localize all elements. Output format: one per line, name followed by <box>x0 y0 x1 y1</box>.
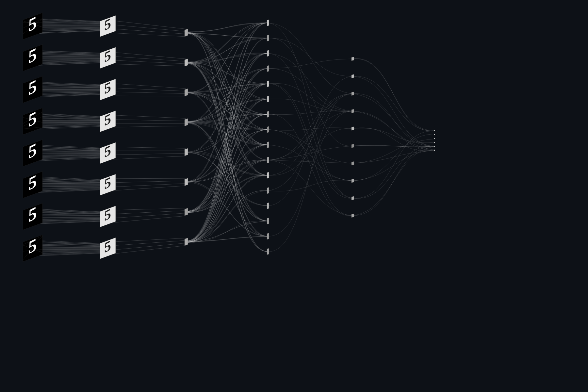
svg-rect-59 <box>185 119 188 126</box>
svg-rect-61 <box>185 178 188 186</box>
svg-rect-79 <box>267 248 269 255</box>
svg-rect-82 <box>351 92 354 96</box>
conv3-node <box>267 142 269 148</box>
input-conv1-node: 5 <box>23 169 42 198</box>
svg-rect-94 <box>434 146 435 147</box>
svg-rect-90 <box>434 130 435 131</box>
svg-rect-70 <box>267 111 269 118</box>
dense-node <box>351 214 354 218</box>
svg-rect-67 <box>267 65 269 72</box>
svg-rect-72 <box>267 142 269 148</box>
conv3-node <box>267 157 269 163</box>
conv3-node <box>267 81 269 87</box>
svg-rect-93 <box>434 142 435 143</box>
svg-rect-86 <box>351 161 354 165</box>
svg-rect-87 <box>351 179 354 183</box>
conv3-node <box>267 96 269 103</box>
svg-rect-69 <box>267 96 269 103</box>
input-conv1-node: 5 <box>23 232 42 262</box>
conv3-node <box>267 65 269 72</box>
pool-node <box>185 89 188 96</box>
svg-rect-73 <box>267 157 269 163</box>
svg-rect-80 <box>351 57 354 61</box>
input-conv1-node: 5 <box>23 200 42 230</box>
conv3-node <box>267 50 269 57</box>
svg-rect-66 <box>267 50 269 57</box>
output-node <box>434 130 435 131</box>
input-conv1-node: 5 <box>23 105 42 135</box>
pool-node <box>185 238 188 245</box>
svg-rect-81 <box>351 74 354 78</box>
dense-node <box>351 161 354 165</box>
svg-rect-71 <box>267 126 269 133</box>
dense-node <box>351 92 354 96</box>
conv2-node: 5 <box>100 76 116 100</box>
conv3-node <box>267 248 269 255</box>
input-conv1-node: 5 <box>23 41 42 71</box>
neural-network-diagram: 5555555555555555 <box>0 0 588 392</box>
conv2-node: 5 <box>100 140 116 164</box>
conv3-node <box>267 35 269 41</box>
dense-node <box>351 126 354 130</box>
svg-rect-77 <box>267 218 269 224</box>
svg-rect-91 <box>434 134 435 135</box>
svg-rect-76 <box>267 203 269 209</box>
pool-node <box>185 208 188 216</box>
output-node <box>434 150 435 151</box>
conv2-node: 5 <box>100 13 116 37</box>
conv3-node <box>267 218 269 224</box>
edges <box>33 19 434 256</box>
conv3-node <box>267 188 269 194</box>
svg-rect-64 <box>267 20 269 26</box>
layer-conv3 <box>267 20 269 255</box>
conv2-node: 5 <box>100 204 116 227</box>
conv2-node: 5 <box>100 172 116 196</box>
svg-rect-68 <box>267 81 269 87</box>
svg-rect-75 <box>267 188 269 194</box>
svg-rect-62 <box>185 208 188 216</box>
output-node <box>434 142 435 143</box>
input-conv1-node: 5 <box>23 10 42 40</box>
dense-node <box>351 144 354 148</box>
conv3-node <box>267 172 269 179</box>
svg-rect-89 <box>351 214 354 218</box>
svg-rect-95 <box>434 150 435 151</box>
layer-pool <box>185 29 188 245</box>
conv2-node: 5 <box>100 235 116 259</box>
svg-rect-57 <box>185 59 188 66</box>
conv3-node <box>267 126 269 133</box>
svg-rect-84 <box>351 126 354 130</box>
svg-rect-56 <box>185 29 188 36</box>
svg-rect-85 <box>351 144 354 148</box>
dense-node <box>351 196 354 200</box>
conv2-node: 5 <box>100 108 116 132</box>
svg-rect-92 <box>434 138 435 139</box>
svg-rect-63 <box>185 238 188 245</box>
conv2-node: 5 <box>100 45 116 69</box>
dense-node <box>351 179 354 183</box>
output-node <box>434 146 435 147</box>
svg-rect-83 <box>351 109 354 113</box>
conv3-node <box>267 20 269 26</box>
conv3-node <box>267 111 269 118</box>
conv3-node <box>267 233 269 240</box>
input-conv1-node: 5 <box>23 73 42 103</box>
pool-node <box>185 29 188 36</box>
svg-rect-88 <box>351 196 354 200</box>
svg-rect-78 <box>267 233 269 240</box>
layer-dense <box>351 57 354 218</box>
dense-node <box>351 109 354 113</box>
pool-node <box>185 148 188 156</box>
output-node <box>434 138 435 139</box>
conv3-node <box>267 203 269 209</box>
pool-node <box>185 119 188 126</box>
layer-output <box>434 130 435 151</box>
output-node <box>434 134 435 135</box>
dense-node <box>351 74 354 78</box>
pool-node <box>185 59 188 66</box>
layer-conv2: 55555555 <box>100 13 116 259</box>
dense-node <box>351 57 354 61</box>
input-conv1-node: 5 <box>23 137 42 167</box>
svg-rect-65 <box>267 35 269 41</box>
layers: 5555555555555555 <box>23 10 435 262</box>
